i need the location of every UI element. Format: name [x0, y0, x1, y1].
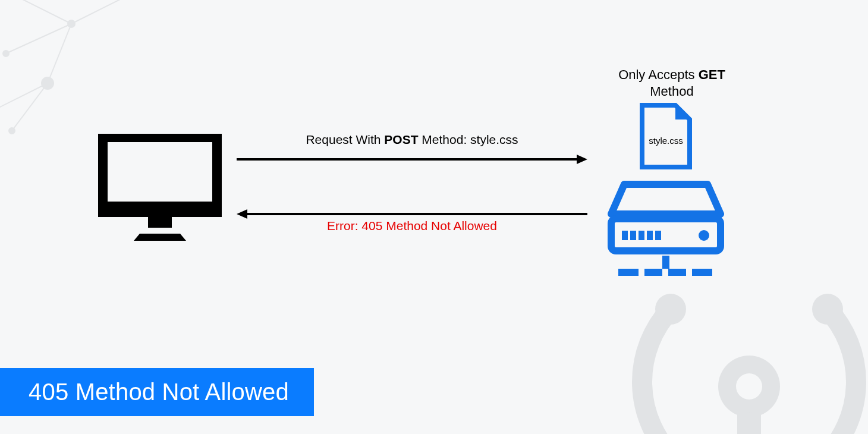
svg-line-0: [0, 0, 71, 24]
svg-point-16: [736, 373, 762, 400]
svg-line-4: [12, 83, 48, 131]
svg-point-9: [42, 77, 54, 89]
svg-point-15: [718, 356, 780, 417]
svg-point-14: [812, 294, 843, 325]
svg-marker-24: [237, 209, 247, 219]
svg-rect-31: [639, 231, 644, 240]
svg-rect-32: [647, 231, 653, 240]
server-caption-line2: Method: [650, 84, 693, 99]
svg-line-3: [0, 83, 48, 113]
svg-line-1: [71, 0, 131, 24]
svg-rect-30: [630, 231, 636, 240]
svg-rect-38: [668, 269, 686, 276]
request-bold: POST: [384, 133, 418, 146]
svg-point-11: [9, 128, 15, 134]
response-arrow-icon: [237, 208, 587, 220]
server-icon: [608, 180, 724, 281]
request-prefix: Request With: [306, 133, 384, 146]
svg-point-13: [655, 294, 686, 325]
svg-marker-27: [611, 184, 721, 214]
svg-marker-19: [134, 234, 186, 241]
svg-point-12: [3, 51, 9, 56]
svg-point-34: [699, 230, 709, 241]
error-label: Error: 405 Method Not Allowed: [237, 219, 587, 233]
svg-rect-18: [108, 142, 212, 202]
request-suffix: Method: style.css: [419, 133, 518, 146]
client-computer-icon: [98, 134, 222, 241]
request-label: Request With POST Method: style.css: [237, 133, 587, 147]
svg-rect-35: [662, 256, 669, 269]
svg-rect-33: [655, 231, 661, 240]
server-caption: Only Accepts GET Method: [595, 67, 749, 99]
svg-line-5: [6, 24, 71, 54]
svg-point-7: [68, 20, 75, 27]
svg-rect-37: [644, 269, 662, 276]
svg-line-2: [48, 24, 71, 83]
svg-marker-22: [577, 155, 587, 164]
decorative-network: [0, 0, 178, 155]
title-banner: 405 Method Not Allowed: [0, 368, 314, 416]
file-name-label: style.css: [640, 136, 692, 146]
svg-rect-36: [618, 269, 639, 276]
svg-rect-39: [692, 269, 712, 276]
server-caption-prefix: Only Accepts: [618, 67, 699, 82]
svg-rect-20: [148, 217, 172, 228]
server-caption-bold: GET: [699, 67, 725, 82]
request-arrow-icon: [237, 153, 587, 165]
svg-rect-29: [622, 231, 628, 240]
